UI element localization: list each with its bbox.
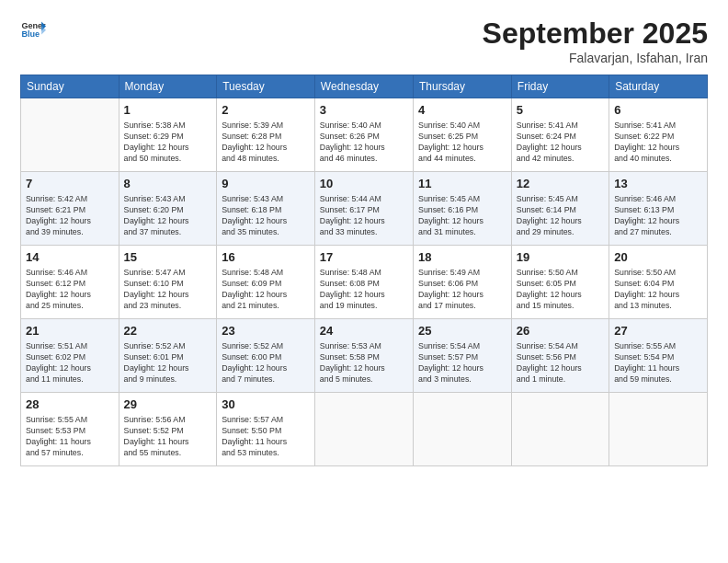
day-info: Sunrise: 5:44 AM Sunset: 6:17 PM Dayligh… [320,194,408,238]
day-number: 29 [124,396,212,413]
calendar-cell: 19Sunrise: 5:50 AM Sunset: 6:05 PM Dayli… [511,246,609,319]
day-info: Sunrise: 5:51 AM Sunset: 6:02 PM Dayligh… [26,341,114,385]
day-info: Sunrise: 5:42 AM Sunset: 6:21 PM Dayligh… [26,194,114,238]
day-info: Sunrise: 5:46 AM Sunset: 6:12 PM Dayligh… [26,268,114,312]
calendar-cell: 17Sunrise: 5:48 AM Sunset: 6:08 PM Dayli… [314,246,413,319]
page-header: General Blue September 2025 Falavarjan, … [20,17,708,65]
day-number: 9 [222,176,310,192]
calendar-cell: 15Sunrise: 5:47 AM Sunset: 6:10 PM Dayli… [119,246,217,319]
week-row-5: 28Sunrise: 5:55 AM Sunset: 5:53 PM Dayli… [21,393,708,466]
col-header-sunday: Sunday [21,75,119,98]
day-info: Sunrise: 5:48 AM Sunset: 6:09 PM Dayligh… [222,268,310,312]
calendar-cell: 22Sunrise: 5:52 AM Sunset: 6:01 PM Dayli… [119,319,217,393]
calendar-cell: 9Sunrise: 5:43 AM Sunset: 6:18 PM Daylig… [217,172,315,246]
calendar-cell: 21Sunrise: 5:51 AM Sunset: 6:02 PM Dayli… [21,319,119,393]
day-number: 18 [418,249,506,266]
calendar-cell [511,393,609,466]
logo: General Blue [20,17,46,42]
col-header-friday: Friday [511,75,609,98]
col-header-tuesday: Tuesday [217,75,315,98]
calendar-cell [414,393,512,466]
day-info: Sunrise: 5:53 AM Sunset: 5:58 PM Dayligh… [320,341,408,385]
day-info: Sunrise: 5:40 AM Sunset: 6:26 PM Dayligh… [320,121,408,165]
day-number: 16 [222,249,310,266]
day-info: Sunrise: 5:52 AM Sunset: 6:00 PM Dayligh… [222,341,310,385]
day-info: Sunrise: 5:56 AM Sunset: 5:52 PM Dayligh… [124,415,212,459]
day-info: Sunrise: 5:47 AM Sunset: 6:10 PM Dayligh… [124,268,212,312]
location: Falavarjan, Isfahan, Iran [483,51,708,65]
calendar-cell [609,393,708,466]
calendar-cell: 18Sunrise: 5:49 AM Sunset: 6:06 PM Dayli… [414,246,512,319]
calendar-table: SundayMondayTuesdayWednesdayThursdayFrid… [20,75,708,466]
day-number: 23 [222,323,310,339]
calendar-cell: 25Sunrise: 5:54 AM Sunset: 5:57 PM Dayli… [414,319,512,393]
calendar-cell: 23Sunrise: 5:52 AM Sunset: 6:00 PM Dayli… [217,319,315,393]
calendar-cell: 27Sunrise: 5:55 AM Sunset: 5:54 PM Dayli… [609,319,708,393]
svg-text:Blue: Blue [21,29,40,39]
day-number: 5 [517,102,604,119]
day-number: 22 [124,323,212,339]
day-number: 7 [26,176,114,192]
day-number: 2 [222,102,310,119]
day-number: 21 [26,323,114,339]
month-title: September 2025 [483,17,708,51]
calendar-cell [21,98,119,172]
day-info: Sunrise: 5:45 AM Sunset: 6:14 PM Dayligh… [517,194,604,238]
day-number: 13 [614,176,702,192]
day-info: Sunrise: 5:50 AM Sunset: 6:05 PM Dayligh… [517,268,604,312]
day-number: 12 [517,176,604,192]
day-number: 3 [320,102,408,119]
day-info: Sunrise: 5:48 AM Sunset: 6:08 PM Dayligh… [320,268,408,312]
calendar-cell: 2Sunrise: 5:39 AM Sunset: 6:28 PM Daylig… [217,98,315,172]
day-info: Sunrise: 5:40 AM Sunset: 6:25 PM Dayligh… [418,121,506,165]
day-number: 4 [418,102,506,119]
week-row-2: 7Sunrise: 5:42 AM Sunset: 6:21 PM Daylig… [21,172,708,246]
calendar-cell: 10Sunrise: 5:44 AM Sunset: 6:17 PM Dayli… [314,172,413,246]
calendar-cell: 16Sunrise: 5:48 AM Sunset: 6:09 PM Dayli… [217,246,315,319]
day-info: Sunrise: 5:43 AM Sunset: 6:18 PM Dayligh… [222,194,310,238]
day-info: Sunrise: 5:39 AM Sunset: 6:28 PM Dayligh… [222,121,310,165]
col-header-wednesday: Wednesday [314,75,413,98]
day-number: 19 [517,249,604,266]
day-number: 11 [418,176,506,192]
day-info: Sunrise: 5:43 AM Sunset: 6:20 PM Dayligh… [124,194,212,238]
day-number: 28 [26,396,114,413]
day-info: Sunrise: 5:54 AM Sunset: 5:57 PM Dayligh… [418,341,506,385]
day-number: 15 [124,249,212,266]
calendar-cell: 28Sunrise: 5:55 AM Sunset: 5:53 PM Dayli… [21,393,119,466]
calendar-cell: 1Sunrise: 5:38 AM Sunset: 6:29 PM Daylig… [119,98,217,172]
day-info: Sunrise: 5:45 AM Sunset: 6:16 PM Dayligh… [418,194,506,238]
calendar-cell: 12Sunrise: 5:45 AM Sunset: 6:14 PM Dayli… [511,172,609,246]
calendar-cell: 14Sunrise: 5:46 AM Sunset: 6:12 PM Dayli… [21,246,119,319]
day-number: 10 [320,176,408,192]
calendar-cell: 20Sunrise: 5:50 AM Sunset: 6:04 PM Dayli… [609,246,708,319]
day-info: Sunrise: 5:50 AM Sunset: 6:04 PM Dayligh… [614,268,702,312]
day-info: Sunrise: 5:46 AM Sunset: 6:13 PM Dayligh… [614,194,702,238]
calendar-cell: 7Sunrise: 5:42 AM Sunset: 6:21 PM Daylig… [21,172,119,246]
day-number: 30 [222,396,310,413]
col-header-monday: Monday [119,75,217,98]
calendar-cell: 24Sunrise: 5:53 AM Sunset: 5:58 PM Dayli… [314,319,413,393]
day-info: Sunrise: 5:55 AM Sunset: 5:53 PM Dayligh… [26,415,114,459]
week-row-4: 21Sunrise: 5:51 AM Sunset: 6:02 PM Dayli… [21,319,708,393]
day-info: Sunrise: 5:41 AM Sunset: 6:22 PM Dayligh… [614,121,702,165]
calendar-cell: 29Sunrise: 5:56 AM Sunset: 5:52 PM Dayli… [119,393,217,466]
day-number: 1 [124,102,212,119]
day-number: 27 [614,323,702,339]
day-info: Sunrise: 5:54 AM Sunset: 5:56 PM Dayligh… [517,341,604,385]
day-number: 6 [614,102,702,119]
col-header-thursday: Thursday [414,75,512,98]
day-info: Sunrise: 5:38 AM Sunset: 6:29 PM Dayligh… [124,121,212,165]
day-info: Sunrise: 5:55 AM Sunset: 5:54 PM Dayligh… [614,341,702,385]
day-number: 17 [320,249,408,266]
calendar-cell: 26Sunrise: 5:54 AM Sunset: 5:56 PM Dayli… [511,319,609,393]
day-number: 26 [517,323,604,339]
calendar-cell: 5Sunrise: 5:41 AM Sunset: 6:24 PM Daylig… [511,98,609,172]
calendar-cell: 3Sunrise: 5:40 AM Sunset: 6:26 PM Daylig… [314,98,413,172]
day-number: 25 [418,323,506,339]
calendar-cell: 30Sunrise: 5:57 AM Sunset: 5:50 PM Dayli… [217,393,315,466]
calendar-cell: 11Sunrise: 5:45 AM Sunset: 6:16 PM Dayli… [414,172,512,246]
calendar-cell: 4Sunrise: 5:40 AM Sunset: 6:25 PM Daylig… [414,98,512,172]
calendar-cell: 13Sunrise: 5:46 AM Sunset: 6:13 PM Dayli… [609,172,708,246]
day-info: Sunrise: 5:57 AM Sunset: 5:50 PM Dayligh… [222,415,310,459]
